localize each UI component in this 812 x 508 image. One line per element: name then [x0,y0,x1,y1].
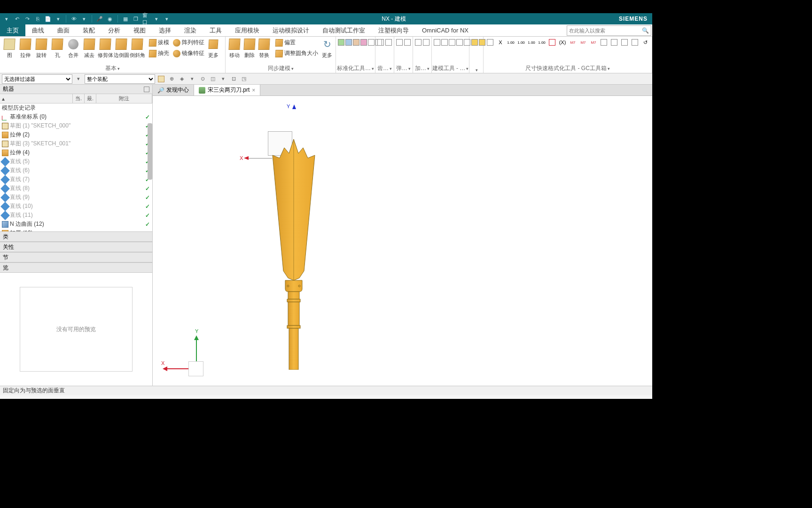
tool-icon[interactable] [353,38,359,47]
tree-row[interactable]: 直线 (8)✓ [0,184,152,193]
menu-tab-omnicad[interactable]: OmniCAD for NX [415,24,475,36]
tool-icon[interactable]: ↺ [640,38,650,47]
fb-icon-5[interactable]: ⊙ [198,75,207,83]
tree-root[interactable]: 模型历史记录 [0,103,152,112]
menu-tab-select[interactable]: 选择 [152,24,178,36]
menu-tab-curve[interactable]: 曲线 [25,24,51,36]
tool-icon[interactable]: 1.00 [516,38,526,47]
tool-icon[interactable] [345,38,352,47]
btn-hole[interactable]: 孔 [50,38,65,59]
qat-vis-dd[interactable]: ▾ [80,15,88,23]
tree-row[interactable]: N 边曲面 (12)✓ [0,220,152,229]
btn-extrude[interactable]: 拉伸 [18,38,33,59]
menu-tab-motion[interactable]: 运动模拟设计 [266,24,316,36]
btn-more-sync[interactable]: ↻更多 [320,38,334,59]
qat-visibility-icon[interactable]: 👁 [70,15,78,23]
btn-blend[interactable]: 边倒圆 [114,38,129,59]
qat-more-dd[interactable]: ▾ [163,15,171,23]
btn-replace[interactable]: 替换 [257,38,271,59]
tool-icon[interactable] [456,38,463,47]
tool-icon[interactable] [485,38,495,47]
menu-tab-analysis[interactable]: 分析 [102,24,127,36]
btn-draft[interactable]: 拔模 [148,38,171,48]
btn-chamfer[interactable]: 倒斜角 [130,38,145,59]
section-jie[interactable]: 节 [0,252,152,262]
tree-scrollbar[interactable] [148,123,152,180]
doc-tab-part[interactable]: 宋三尖两刃刀.prt × [194,85,260,95]
btn-shell[interactable]: 抽壳 [148,48,171,58]
pin-icon[interactable] [144,87,149,92]
menu-tab-mold[interactable]: 注塑模向导 [372,24,415,36]
fb-icon-4[interactable]: ▾ [188,75,196,83]
tool-icon[interactable] [385,38,392,47]
tree-row[interactable]: 草图 (3) "SKETCH_001"✓ [0,139,152,148]
qat-save-icon[interactable]: ▾ [55,15,62,23]
tree-row[interactable]: 拉伸 (4)✓ [0,148,152,157]
tree-row[interactable]: 直线 (6)✓ [0,166,152,175]
btn-subtract[interactable]: 减去 [82,38,97,59]
tree-row[interactable]: 加厚 (13)✓ [0,229,152,231]
qat-mic-icon[interactable]: 🎤 [96,15,103,23]
tree-row[interactable]: 直线 (7)✓ [0,175,152,184]
fb-icon-8[interactable]: ⊡ [229,75,238,83]
tree-row[interactable]: 草图 (1) "SKETCH_000"✓ [0,121,152,130]
viewport[interactable]: Y X [153,96,652,386]
tool-icon[interactable] [404,38,411,47]
tree-row[interactable]: 直线 (11)✓ [0,211,152,220]
btn-delete[interactable]: 删除 [242,38,257,59]
search-input[interactable] [569,28,642,33]
tool-icon[interactable] [338,38,344,47]
view-triad[interactable]: Y X [161,329,208,376]
qat-paste-icon[interactable]: 📄 [44,15,52,23]
tool-icon[interactable] [368,38,375,47]
qat-window-label[interactable]: 窗口 [142,15,150,23]
qat-menu-icon[interactable]: ▾ [3,15,10,23]
qat-copy-icon[interactable]: ⎘ [34,15,41,23]
btn-more-basic[interactable]: 更多 [207,38,220,59]
qat-layout-icon[interactable]: ▦ [122,15,129,23]
tool-icon[interactable] [415,38,422,47]
search-box[interactable]: 🔍 [567,25,651,36]
btn-revolve[interactable]: 旋转 [34,38,49,59]
tool-icon[interactable] [609,38,619,47]
search-icon[interactable]: 🔍 [642,27,649,34]
tool-icon[interactable]: M7 [568,38,578,47]
col-latest[interactable]: 最. [85,94,96,103]
fb-icon-3[interactable]: ◈ [178,75,186,83]
qat-touch-icon[interactable]: ◉ [106,15,114,23]
tool-icon[interactable] [471,38,478,47]
tree-row[interactable]: 基准坐标系 (0)✓ [0,112,152,121]
tool-icon[interactable]: X [496,38,505,47]
tool-icon[interactable]: M7 [578,38,588,47]
qat-redo-icon[interactable]: ↷ [23,15,31,23]
menu-tab-tools[interactable]: 工具 [203,24,228,36]
menu-tab-assembly[interactable]: 装配 [76,24,102,36]
filter-select-noselect[interactable]: 无选择过滤器 [2,74,72,84]
filter-select-assembly[interactable]: 整个装配 [85,74,155,84]
fb-icon-1[interactable] [157,75,165,83]
tool-icon[interactable] [423,38,430,47]
tool-icon[interactable] [434,38,440,47]
tool-icon[interactable] [396,38,403,47]
doc-tab-discover[interactable]: 🔎 发现中心 [153,85,194,95]
btn-unite[interactable]: 合并 [66,38,81,59]
tree-row[interactable]: 直线 (10)✓ [0,202,152,211]
tool-icon[interactable]: 1.00 [506,38,515,47]
tool-icon[interactable]: M7 [589,38,598,47]
tool-icon[interactable]: (X) [558,38,567,47]
tool-icon[interactable] [630,38,640,47]
section-guanxing[interactable]: 关性 [0,242,152,252]
col-current[interactable]: 当. [73,94,85,103]
qat-undo-icon[interactable]: ↶ [13,15,21,23]
fb-icon-2[interactable]: ⊕ [167,75,176,83]
tool-icon[interactable]: 1.00 [527,38,536,47]
qat-window-dd[interactable]: ▾ [153,15,160,23]
btn-mirror[interactable]: 镜像特征 [172,48,206,58]
sort-icon[interactable]: ▴ [2,95,5,102]
btn-sketch[interactable]: 图 [2,38,17,59]
tree-row[interactable]: 拉伸 (2)✓ [0,130,152,139]
menu-tab-autotest[interactable]: 自动测试工作室 [316,24,372,36]
col-note[interactable]: 附注 [96,94,152,103]
menu-tab-view[interactable]: 视图 [127,24,152,36]
btn-offset[interactable]: 偏置 [274,38,320,48]
